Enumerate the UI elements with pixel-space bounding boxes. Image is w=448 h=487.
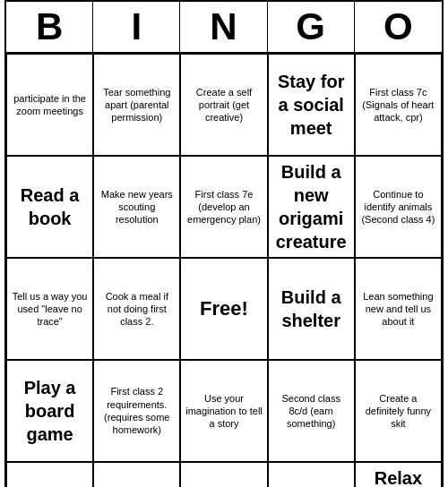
bingo-cell-18: Second class 8c/d (earn something) <box>268 360 355 462</box>
bingo-cell-5: Read a book <box>6 156 93 258</box>
bingo-grid: participate in the zoom meetingsTear som… <box>6 54 442 487</box>
bingo-letter-i: I <box>93 2 180 52</box>
bingo-cell-2: Create a self portrait (get creative) <box>180 54 267 156</box>
bingo-cell-12: Free! <box>180 258 267 360</box>
bingo-cell-1: Tear something apart (parental permissio… <box>93 54 180 156</box>
bingo-card: BINGO participate in the zoom meetingsTe… <box>4 0 444 487</box>
bingo-cell-0: participate in the zoom meetings <box>6 54 93 156</box>
bingo-cell-11: Cook a meal if not doing first class 2. <box>93 258 180 360</box>
bingo-cell-13: Build a shelter <box>268 258 355 360</box>
bingo-letter-n: N <box>180 2 267 52</box>
bingo-letter-b: B <box>6 2 93 52</box>
bingo-cell-10: Tell us a way you used "leave no trace" <box>6 258 93 360</box>
bingo-cell-16: First class 2 requirements. (requires so… <box>93 360 180 462</box>
bingo-letter-g: G <box>268 2 355 52</box>
bingo-cell-6: Make new years scouting resolution <box>93 156 180 258</box>
bingo-cell-9: Continue to identify animals (Second cla… <box>355 156 442 258</box>
bingo-cell-17: Use your imagination to tell a story <box>180 360 267 462</box>
bingo-cell-20: Create a self portrait (paint, pencils, … <box>6 462 93 487</box>
bingo-cell-4: First class 7c (Signals of heart attack,… <box>355 54 442 156</box>
bingo-cell-14: Lean something new and tell us about it <box>355 258 442 360</box>
bingo-letter-o: O <box>355 2 442 52</box>
bingo-cell-24: Relax like a scout master <box>355 462 442 487</box>
bingo-cell-3: Stay for a social meet <box>268 54 355 156</box>
bingo-cell-15: Play a board game <box>6 360 93 462</box>
bingo-cell-8: Build a new origami creature <box>268 156 355 258</box>
bingo-cell-7: First class 7e (develop an emergency pla… <box>180 156 267 258</box>
bingo-header: BINGO <box>6 2 442 54</box>
bingo-cell-22: Give feedback on the campout <box>180 462 267 487</box>
bingo-cell-19: Create a definitely funny skit <box>355 360 442 462</box>
bingo-cell-21: Phone a friend <box>93 462 180 487</box>
bingo-cell-23: Wear your A class to the camp fire <box>268 462 355 487</box>
